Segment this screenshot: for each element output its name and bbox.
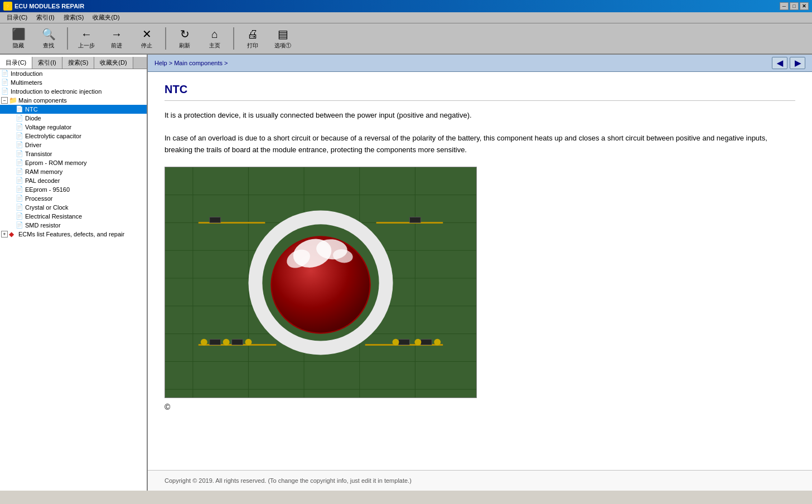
sidebar-tab-search[interactable]: 搜索(S) [62,57,95,69]
minimize-button[interactable]: ─ [780,2,789,10]
sidebar-item-label-pal-decoder: PAL decoder [25,177,60,184]
expander-main-components[interactable]: − [1,97,8,104]
print-button[interactable]: 🖨 打印 [239,25,267,52]
sidebar-item-voltage-regulator[interactable]: 📄 Voltage regulator [0,123,147,132]
sidebar-tabs: 目录(C) 索引(I) 搜索(S) 收藏夹(D) [0,57,147,69]
nav-forward-button[interactable]: ▶ [790,57,805,69]
menu-favorites[interactable]: 收藏夹(D) [88,12,124,23]
back-button[interactable]: ← 上一步 [72,25,100,52]
sidebar-item-label-electrical-resistance: Electrical Resistance [25,213,82,220]
refresh-icon: ↻ [180,27,190,41]
nav-back-button[interactable]: ◀ [772,57,787,69]
window-controls: ─ □ ✕ [780,2,809,10]
description-line2: In case of an overload is due to a short… [165,133,795,156]
sidebar-item-label-processor: Processor [25,195,53,202]
doc-icon: 📄 [16,203,23,211]
sidebar-tab-contents[interactable]: 目录(C) [0,57,32,69]
find-button[interactable]: 🔍 查找 [35,25,62,52]
svg-point-29 [434,339,441,346]
toolbar-separator-3 [233,27,234,50]
menubar: 目录(C) 索引(I) 搜索(S) 收藏夹(D) [0,12,812,23]
sidebar-tab-favorites[interactable]: 收藏夹(D) [94,57,133,69]
svg-point-25 [223,339,230,346]
svg-point-26 [245,339,252,346]
sidebar-item-diode[interactable]: 📄 Diode [0,114,147,123]
doc-icon: 📄 [16,212,23,220]
home-button[interactable]: ⌂ 主页 [201,25,229,52]
options-button[interactable]: ▤ 选项① [269,25,297,52]
sidebar-item-label-diode: Diode [25,115,41,122]
maximize-button[interactable]: □ [790,2,799,10]
sidebar-item-label-electrolytic-capacitor: Electrolytic capacitor [25,133,81,139]
sidebar: 目录(C) 索引(I) 搜索(S) 收藏夹(D) 📄 Introduction … [0,55,148,491]
svg-rect-22 [210,217,221,223]
doc-icon: 📄 [1,79,9,86]
menu-search[interactable]: 搜索(S) [59,12,89,23]
stop-button[interactable]: ✕ 停止 [133,25,161,52]
sidebar-item-eprom-rom[interactable]: 📄 Eprom - ROM memory [0,158,147,167]
sidebar-item-ecms-list[interactable]: + ◆ ECMs list Features, defects, and rep… [0,230,147,239]
doc-icon: 📄 [16,159,23,167]
home-label: 主页 [209,42,220,50]
close-button[interactable]: ✕ [800,2,809,10]
sidebar-item-label-multimeters: Multimeters [11,79,42,86]
menu-index[interactable]: 索引(I) [32,12,59,23]
footer-copyright: Copyright © 2019. All rights reserved. (… [165,477,412,484]
sidebar-item-transistor[interactable]: 📄 Transistor [0,149,147,158]
app-icon: ⚡ [3,2,12,11]
page-title: NTC [165,83,795,101]
refresh-button[interactable]: ↻ 刷新 [171,25,199,52]
sidebar-item-intro-electronic[interactable]: 📄 Introduction to electronic injection [0,87,147,96]
sidebar-item-eeprom-95160[interactable]: 📄 EEprom - 95160 [0,185,147,194]
sidebar-item-processor[interactable]: 📄 Processor [0,194,147,203]
toolbar-separator-1 [67,27,68,50]
toolbar: ⬛ 隐藏 🔍 查找 ← 上一步 → 前进 ✕ 停止 ↻ 刷新 ⌂ 主页 🖨 打印… [0,23,812,55]
sidebar-item-label-ntc: NTC [25,106,38,113]
svg-rect-21 [420,340,432,345]
sidebar-item-label-smd-resistor: SMD resistor [25,222,61,229]
menu-contents[interactable]: 目录(C) [2,12,32,23]
breadcrumb: Help > Main components > [154,60,228,66]
hide-button[interactable]: ⬛ 隐藏 [4,25,32,52]
diamond-icon: ◆ [9,230,17,238]
options-label: 选项① [274,42,291,50]
sidebar-tab-index[interactable]: 索引(I) [32,57,62,69]
sidebar-item-label-eeprom-95160: EEprom - 95160 [25,186,70,193]
sidebar-item-label-introduction: Introduction [11,70,42,77]
forward-label: 前进 [111,42,122,50]
sidebar-item-driver[interactable]: 📄 Driver [0,140,147,149]
doc-icon: 📄 [16,168,23,176]
print-label: 打印 [247,42,258,50]
stop-icon: ✕ [142,27,152,41]
sidebar-item-main-components[interactable]: − 📁 Main components [0,96,147,105]
refresh-label: 刷新 [179,42,190,50]
description-line1: It is a protection device, it is usually… [165,110,795,122]
sidebar-item-pal-decoder[interactable]: 📄 PAL decoder [0,176,147,185]
sidebar-item-crystal-clock[interactable]: 📄 Crystal or Clock [0,203,147,212]
find-icon: 🔍 [42,27,56,41]
find-label: 查找 [43,42,54,50]
doc-icon: 📄 [16,132,23,140]
breadcrumb-bar: Help > Main components > ◀ ▶ [148,55,812,72]
doc-icon: 📄 [16,123,23,131]
sidebar-item-introduction[interactable]: 📄 Introduction [0,69,147,78]
sidebar-item-electrolytic-capacitor[interactable]: 📄 Electrolytic capacitor [0,132,147,140]
app-title: ECU MODULES REPAIR [14,3,780,9]
sidebar-item-multimeters[interactable]: 📄 Multimeters [0,78,147,87]
stop-label: 停止 [141,42,152,50]
main-layout: 目录(C) 索引(I) 搜索(S) 收藏夹(D) 📄 Introduction … [0,55,812,491]
forward-button[interactable]: → 前进 [103,25,130,52]
doc-icon: 📄 [16,105,23,113]
back-label: 上一步 [78,42,95,50]
sidebar-item-ntc[interactable]: 📄 NTC [0,105,147,114]
svg-point-28 [414,339,421,346]
sidebar-item-ram-memory[interactable]: 📄 RAM memory [0,167,147,176]
sidebar-item-electrical-resistance[interactable]: 📄 Electrical Resistance [0,212,147,221]
sidebar-item-smd-resistor[interactable]: 📄 SMD resistor [0,221,147,230]
doc-icon: 📄 [1,70,9,77]
doc-icon: 📄 [16,114,23,122]
forward-icon: → [111,28,122,41]
folder-icon: 📁 [9,96,17,104]
doc-icon: 📄 [16,221,23,229]
expander-ecms-list[interactable]: + [1,231,8,238]
